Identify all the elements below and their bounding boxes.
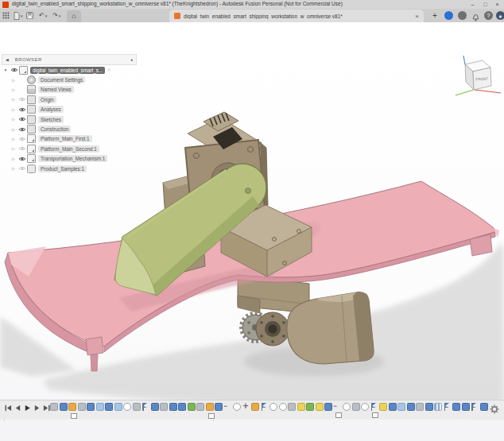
timeline-feature-3[interactable] — [68, 403, 76, 411]
expand-arrow-icon[interactable]: ▼ — [2, 68, 10, 72]
timeline-feature-5[interactable] — [87, 403, 95, 411]
browser-item-label[interactable]: Product_Samples:1 — [38, 165, 87, 172]
timeline-feature-12[interactable] — [151, 403, 159, 411]
expand-arrow-icon[interactable]: ▷ — [10, 137, 17, 141]
timeline-feature-33[interactable] — [343, 403, 351, 411]
timeline-feature-10[interactable] — [133, 403, 141, 411]
save-icon[interactable] — [26, 10, 33, 21]
visibility-eye-icon[interactable] — [17, 96, 27, 103]
timeline-feature-44[interactable] — [444, 403, 452, 411]
browser-item-label[interactable]: Analyses — [38, 106, 64, 113]
browser-row-platform-main-first[interactable]: ▷Platform_Main_First:1 — [2, 134, 137, 144]
browser-row-platform-main-second[interactable]: ▷Platform_Main_Second:1 — [2, 144, 137, 153]
visibility-eye-icon[interactable] — [17, 116, 27, 122]
document-tab[interactable]: digital_twin_enabled_smart_shipping_work… — [169, 10, 424, 22]
browser-item-label[interactable]: Document Settings — [38, 76, 85, 83]
timeline-feature-32[interactable] — [334, 403, 342, 411]
timeline-feature-16[interactable] — [188, 403, 196, 411]
expand-arrow-icon[interactable]: ▷ — [10, 166, 17, 171]
timeline-feature-15[interactable] — [178, 403, 186, 411]
visibility-eye-icon[interactable] — [17, 106, 27, 113]
visibility-eye-icon[interactable] — [17, 126, 27, 133]
timeline-feature-30[interactable] — [316, 403, 324, 411]
browser-row-document-settings[interactable]: ▷Document Settings — [2, 75, 137, 84]
visibility-eye-icon[interactable] — [17, 156, 27, 162]
timeline-feature-2[interactable] — [60, 403, 68, 411]
step-forward-icon[interactable] — [33, 404, 41, 412]
close-button[interactable]: × — [491, 0, 503, 9]
timeline-feature-41[interactable] — [416, 403, 424, 411]
timeline-feature-45[interactable] — [452, 403, 460, 411]
browser-header[interactable]: ◀ BROWSER ● — [2, 54, 137, 65]
play-icon[interactable] — [24, 404, 31, 412]
redo-icon[interactable]: ↷▾ — [52, 10, 60, 21]
expand-arrow-icon[interactable]: ▷ — [10, 117, 17, 122]
timeline-feature-48[interactable] — [480, 403, 488, 411]
timeline-feature-24[interactable] — [261, 403, 269, 411]
expand-arrow-icon[interactable]: ▷ — [10, 87, 17, 92]
timeline-feature-31[interactable] — [324, 403, 332, 411]
browser-row-origin[interactable]: ▷Origin — [2, 95, 137, 104]
timeline-feature-43[interactable] — [434, 403, 442, 411]
visibility-eye-icon[interactable] — [17, 145, 27, 152]
browser-item-label[interactable]: Transportation_Mechanism:1 — [38, 155, 107, 162]
go-to-end-icon[interactable] — [43, 404, 50, 412]
job-status-icon[interactable] — [458, 11, 467, 20]
timeline-feature-23[interactable] — [251, 403, 259, 411]
browser-item-label[interactable]: Construction — [38, 126, 71, 133]
timeline-feature-13[interactable] — [160, 403, 168, 411]
browser-row-construction[interactable]: ▷Construction — [2, 124, 137, 133]
timeline-marker[interactable] — [372, 412, 378, 418]
visibility-eye-icon[interactable] — [17, 165, 27, 172]
timeline-feature-7[interactable] — [105, 403, 113, 411]
browser-collapse-icon[interactable]: ◀ — [6, 57, 9, 62]
browser-item-label[interactable]: digital_twin_enabled_smart_s... — [30, 67, 105, 74]
timeline-feature-22[interactable] — [242, 403, 250, 411]
new-tab-button[interactable]: + — [432, 11, 437, 20]
timeline-feature-47[interactable] — [471, 403, 479, 411]
timeline-feature-38[interactable] — [389, 403, 397, 411]
expand-arrow-icon[interactable]: ▷ — [10, 127, 17, 132]
timeline-feature-19[interactable] — [215, 403, 223, 411]
undo-icon[interactable]: ↶▾ — [39, 10, 47, 21]
expand-arrow-icon[interactable]: ▷ — [10, 107, 17, 112]
expand-arrow-icon[interactable]: ▷ — [10, 97, 17, 102]
app-grid-icon[interactable] — [2, 10, 10, 21]
notifications-bell-icon[interactable] — [471, 11, 480, 20]
timeline-feature-9[interactable] — [123, 403, 131, 411]
timeline-feature-1[interactable] — [50, 403, 58, 411]
browser-row-analyses[interactable]: ▷Analyses — [2, 105, 137, 114]
browser-item-label[interactable]: Platform_Main_First:1 — [38, 135, 92, 142]
expand-arrow-icon[interactable]: ▷ — [10, 146, 17, 151]
timeline-feature-39[interactable] — [397, 403, 405, 411]
timeline-feature-11[interactable] — [142, 403, 149, 411]
document-tab-close-icon[interactable]: × — [415, 13, 419, 20]
browser-row-root[interactable]: ▼digital_twin_enabled_smart_s...○ — [2, 65, 137, 75]
extensions-icon[interactable] — [444, 11, 453, 20]
timeline-feature-18[interactable] — [206, 403, 214, 411]
timeline-feature-8[interactable] — [114, 403, 122, 411]
browser-item-label[interactable]: Sketches — [38, 116, 64, 123]
browser-row-transportation-mechanism[interactable]: ▷Transportation_Mechanism:1 — [2, 154, 137, 164]
browser-item-label[interactable]: Origin — [38, 96, 56, 103]
timeline-feature-20[interactable] — [224, 403, 232, 411]
design-viewport[interactable]: ◀ BROWSER ● ▼digital_twin_enabled_smart_… — [0, 22, 504, 441]
timeline-feature-37[interactable] — [379, 403, 387, 411]
view-cube[interactable]: FRONT — [453, 54, 502, 103]
timeline-feature-34[interactable] — [352, 403, 360, 411]
home-tab[interactable]: ⌂ — [67, 10, 81, 22]
timeline-feature-36[interactable] — [370, 403, 378, 411]
timeline-feature-29[interactable] — [306, 403, 314, 411]
timeline-feature-25[interactable] — [269, 403, 277, 411]
expand-arrow-icon[interactable]: ▷ — [10, 78, 17, 83]
timeline-marker[interactable] — [335, 412, 342, 418]
timeline-feature-17[interactable] — [196, 403, 204, 411]
timeline-feature-35[interactable] — [361, 403, 369, 411]
visibility-eye-icon[interactable] — [10, 67, 19, 73]
expand-arrow-icon[interactable]: ▷ — [10, 157, 17, 161]
timeline-feature-40[interactable] — [407, 403, 415, 411]
profile-avatar[interactable] — [496, 11, 504, 20]
timeline-feature-14[interactable] — [169, 403, 177, 411]
browser-options-icon[interactable]: ● — [130, 57, 133, 62]
browser-row-sketches[interactable]: ▷Sketches — [2, 114, 137, 124]
